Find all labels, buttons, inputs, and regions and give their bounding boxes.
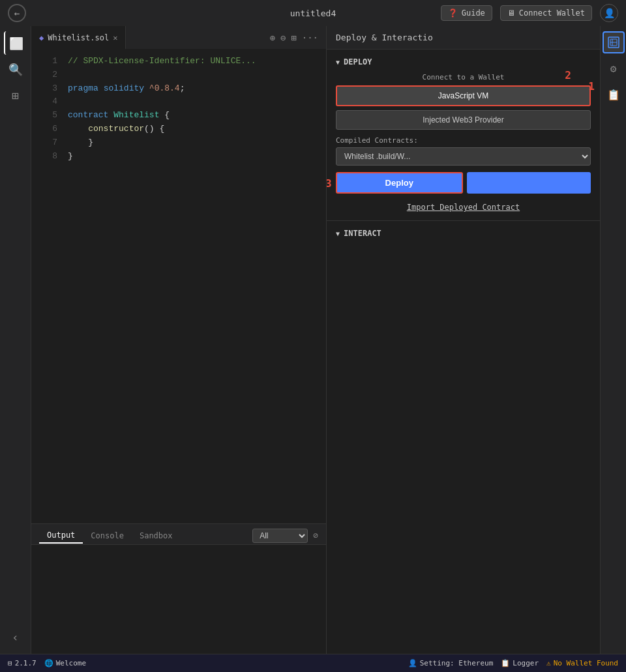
- contracts-dropdown[interactable]: Whitelist .build/W...: [336, 147, 591, 166]
- status-version[interactable]: ⊟ 2.1.7: [8, 659, 37, 667]
- right-panel: Deploy & Interactio ▼ DEPLOY 2 Connect t…: [326, 26, 626, 654]
- tab-label: Whitelist.sol: [48, 33, 109, 42]
- guide-button[interactable]: ❓ Guide: [441, 5, 492, 21]
- annotation-1: 1: [588, 80, 595, 93]
- deploy-chevron-icon: ▼: [336, 59, 340, 66]
- editor-area: ◆ Whitelist.sol ✕ ⊕ ⊖ ⊞ ··· 1 // SPDX-Li…: [31, 26, 326, 654]
- deploy-button[interactable]: Deploy: [336, 172, 463, 194]
- annotation-2: 2: [565, 69, 571, 81]
- code-line-5: 5 contract Whitelist {: [31, 109, 326, 123]
- connect-wallet-button[interactable]: 🖥 Connect Wallet: [500, 5, 592, 21]
- deploy-panel: Deploy & Interactio ▼ DEPLOY 2 Connect t…: [327, 26, 600, 654]
- code-line-3: 3 pragma solidity ^0.8.4;: [31, 82, 326, 96]
- version-icon: ⊟: [8, 659, 12, 667]
- bottom-tab-bar: Output Console Sandbox All Errors Warnin…: [31, 524, 326, 545]
- tab-sandbox[interactable]: Sandbox: [132, 529, 181, 543]
- code-line-4: 4: [31, 95, 326, 109]
- injected-web3-button[interactable]: Injected Web3 Provider: [336, 110, 591, 130]
- code-line-8: 8 }: [31, 150, 326, 164]
- code-editor[interactable]: 1 // SPDX-License-Identifier: UNLICE... …: [31, 50, 326, 523]
- tab-bar: ◆ Whitelist.sol ✕ ⊕ ⊖ ⊞ ···: [31, 26, 326, 50]
- guide-icon: ❓: [448, 8, 458, 18]
- javascript-vm-button[interactable]: JavaScript VM: [336, 85, 591, 106]
- monitor-icon: 🖥: [507, 8, 515, 18]
- bottom-content-area: [31, 545, 326, 654]
- activity-search[interactable]: 🔍: [4, 57, 27, 81]
- deploy-header: Deploy & Interactio: [327, 26, 600, 50]
- tab-output[interactable]: Output: [39, 528, 83, 544]
- activity-bar: ⬜ 🔍 ⊞ ‹: [0, 26, 31, 654]
- annotation-3: 3: [327, 177, 332, 189]
- interact-toggle[interactable]: ▼ INTERACT: [336, 229, 591, 238]
- connect-wallet-label: Connect to a Wallet: [336, 73, 591, 81]
- logger-icon: 📋: [501, 659, 510, 667]
- interact-section: ▼ INTERACT: [327, 220, 600, 252]
- window-title: untitled4: [290, 8, 336, 18]
- bottom-panel: Output Console Sandbox All Errors Warnin…: [31, 523, 326, 654]
- status-no-wallet[interactable]: ⚠ No Wallet Found: [546, 659, 618, 667]
- activity-grid[interactable]: ⊞: [4, 83, 27, 107]
- code-line-2: 2: [31, 68, 326, 82]
- deploy-toggle[interactable]: ▼ DEPLOY: [336, 57, 591, 66]
- user-avatar[interactable]: 👤: [600, 4, 618, 22]
- clipboard-icon[interactable]: 📋: [603, 83, 625, 106]
- zoom-out-icon[interactable]: ⊖: [280, 33, 286, 43]
- status-setting[interactable]: 👤 Setting: Ethereum: [408, 659, 494, 667]
- deploy-btn-row: Deploy: [336, 172, 591, 194]
- warning-icon: ⚠: [546, 659, 551, 667]
- split-editor-icon[interactable]: ⊞: [291, 33, 296, 43]
- status-logger[interactable]: 📋 Logger: [501, 659, 539, 667]
- deploy-secondary-button[interactable]: [467, 172, 591, 194]
- tab-whitelist-sol[interactable]: ◆ Whitelist.sol ✕: [31, 26, 126, 49]
- main-layout: ⬜ 🔍 ⊞ ‹ ◆ Whitelist.sol ✕ ⊕ ⊖ ⊞ ··· 1 //…: [0, 26, 626, 654]
- more-options-icon[interactable]: ···: [302, 33, 318, 43]
- eth-icon: ◆: [39, 33, 44, 42]
- right-sidebar: ⚙ 📋: [600, 26, 626, 654]
- welcome-icon: 🌐: [44, 659, 53, 667]
- code-line-7: 7 }: [31, 136, 326, 150]
- code-line-6: 6 constructor() {: [31, 123, 326, 136]
- interact-chevron-icon: ▼: [336, 230, 340, 237]
- status-welcome[interactable]: 🌐 Welcome: [44, 659, 86, 667]
- activity-files[interactable]: ⬜: [4, 31, 27, 55]
- import-deployed-link[interactable]: Import Deployed Contract: [336, 200, 591, 212]
- compiled-contracts-label: Compiled Contracts:: [336, 136, 591, 145]
- code-line-1: 1 // SPDX-License-Identifier: UNLICE...: [31, 55, 326, 68]
- settings-icon[interactable]: ⚙: [603, 57, 625, 80]
- zoom-in-icon[interactable]: ⊕: [269, 33, 275, 43]
- status-bar: ⊟ 2.1.7 🌐 Welcome 👤 Setting: Ethereum 📋 …: [0, 654, 626, 672]
- title-bar: ← untitled4 ❓ Guide 🖥 Connect Wallet 👤: [0, 0, 626, 26]
- tab-actions: ⊕ ⊖ ⊞ ···: [261, 33, 326, 43]
- deploy-section: ▼ DEPLOY 2 Connect to a Wallet 1 JavaScr…: [327, 50, 600, 220]
- back-button[interactable]: ←: [8, 4, 26, 22]
- activity-chevron-left[interactable]: ‹: [4, 625, 27, 649]
- tab-console[interactable]: Console: [83, 529, 132, 543]
- filter-dropdown[interactable]: All Errors Warnings: [252, 529, 308, 543]
- clear-console-icon[interactable]: ⊘: [313, 531, 318, 540]
- setting-icon: 👤: [408, 659, 417, 667]
- deploy-icon[interactable]: [603, 31, 625, 53]
- close-tab-button[interactable]: ✕: [113, 33, 117, 42]
